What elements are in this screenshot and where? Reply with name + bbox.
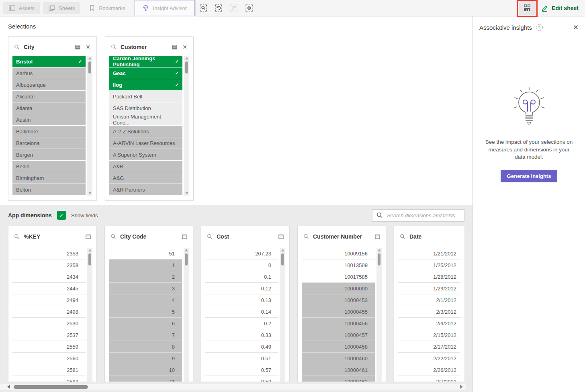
- scroll-right-icon[interactable]: [460, 385, 463, 389]
- field-value-item[interactable]: 10000455: [302, 306, 375, 318]
- close-icon[interactable]: ✕: [84, 43, 92, 51]
- sheets-button[interactable]: Sheets: [43, 2, 80, 14]
- field-value-item[interactable]: 10017585: [302, 271, 375, 283]
- field-value-item[interactable]: 2/3/2012: [398, 306, 460, 318]
- list-item[interactable]: SAS Distribution: [109, 102, 182, 114]
- list-menu-icon[interactable]: [74, 43, 81, 51]
- scroll-up-icon[interactable]: [281, 249, 284, 251]
- field-value-item[interactable]: 10000000: [302, 283, 375, 294]
- vertical-scroll-thumb[interactable]: [185, 253, 188, 265]
- selections-tool-button[interactable]: [519, 1, 536, 15]
- vertical-scrollbar[interactable]: [184, 248, 189, 382]
- assets-button[interactable]: Assets: [3, 2, 40, 14]
- field-value-item[interactable]: 2434: [12, 271, 86, 283]
- field-value-item[interactable]: 0.58: [205, 376, 278, 382]
- field-value-item[interactable]: -207.23: [205, 248, 278, 259]
- field-value-item[interactable]: 0.14: [205, 306, 278, 318]
- list-item[interactable]: Geac✓: [109, 67, 182, 79]
- horizontal-scroll-thumb[interactable]: [14, 385, 88, 389]
- scroll-down-icon[interactable]: [88, 192, 92, 194]
- list-item[interactable]: A&B: [109, 161, 182, 172]
- list-item[interactable]: A-ARVIN Laser Resources: [109, 137, 182, 149]
- vertical-scroll-thumb[interactable]: [88, 61, 91, 74]
- field-value-item[interactable]: 2537: [12, 329, 86, 341]
- insight-advisor-button[interactable]: Insight Advisor: [135, 0, 195, 16]
- close-icon[interactable]: ✕: [181, 43, 188, 51]
- list-item[interactable]: Aarhus: [12, 67, 86, 79]
- field-value-item[interactable]: 1/21/2012: [398, 248, 460, 259]
- field-value-item[interactable]: 2/1/2012: [398, 294, 460, 306]
- field-value-item[interactable]: 10000461: [302, 364, 375, 376]
- list-item[interactable]: Albuquerque: [12, 79, 86, 90]
- list-menu-icon[interactable]: [181, 233, 188, 240]
- list-item[interactable]: Ilog✓: [109, 79, 182, 90]
- list-item[interactable]: Berlin: [12, 161, 86, 172]
- list-item[interactable]: Atlanta: [12, 102, 86, 114]
- field-value-item[interactable]: 2353: [12, 248, 86, 259]
- list-item[interactable]: Bristol✓: [12, 56, 86, 67]
- scroll-up-icon[interactable]: [88, 249, 92, 251]
- field-value-item[interactable]: 5: [109, 306, 182, 318]
- scroll-up-icon[interactable]: [378, 249, 381, 251]
- scroll-up-icon[interactable]: [88, 57, 92, 59]
- list-item[interactable]: Packard Bell: [109, 91, 182, 102]
- field-value-item[interactable]: 10013509: [302, 259, 375, 271]
- list-item[interactable]: Bergen: [12, 149, 86, 160]
- show-fields-checkbox[interactable]: ✓: [57, 211, 66, 220]
- list-item[interactable]: Austin: [12, 114, 86, 125]
- field-value-item[interactable]: 10009156: [302, 248, 375, 259]
- list-item[interactable]: Unison Management Conc...: [109, 114, 182, 125]
- field-value-item[interactable]: 0.33: [205, 329, 278, 341]
- field-value-item[interactable]: 0.2: [205, 318, 278, 329]
- field-value-item[interactable]: 2559: [12, 341, 86, 353]
- field-value-item[interactable]: 2358: [12, 259, 86, 271]
- field-value-item[interactable]: 2494: [12, 294, 86, 306]
- field-value-item[interactable]: 2530: [12, 318, 86, 329]
- field-value-item[interactable]: 11: [109, 376, 182, 382]
- scroll-up-icon[interactable]: [185, 249, 188, 251]
- vertical-scrollbar[interactable]: [376, 248, 382, 382]
- vertical-scrollbar[interactable]: [87, 56, 92, 196]
- field-value-item[interactable]: 1/28/2012: [398, 271, 460, 283]
- field-value-item[interactable]: 2/9/2012: [398, 318, 460, 329]
- field-value-item[interactable]: 2498: [12, 306, 86, 318]
- vertical-scroll-thumb[interactable]: [281, 253, 284, 265]
- field-value-item[interactable]: 2/17/2012: [398, 341, 460, 353]
- list-item[interactable]: Baltimore: [12, 126, 86, 137]
- field-value-item[interactable]: 1/25/2012: [398, 259, 460, 271]
- scroll-left-icon[interactable]: [7, 385, 10, 389]
- list-item[interactable]: A-2-Z Solutions: [109, 126, 182, 137]
- field-value-item[interactable]: 0.1: [205, 271, 278, 283]
- scroll-down-icon[interactable]: [185, 192, 188, 194]
- list-menu-icon[interactable]: [84, 233, 92, 240]
- clear-selections-button[interactable]: [241, 0, 257, 16]
- vertical-scroll-thumb[interactable]: [185, 61, 188, 74]
- field-value-item[interactable]: 2/26/2012: [398, 364, 460, 376]
- field-value-item[interactable]: 0.51: [205, 353, 278, 364]
- field-value-item[interactable]: 10: [109, 364, 182, 376]
- list-item[interactable]: A Superior System: [109, 149, 182, 160]
- field-value-item[interactable]: 10000456: [302, 318, 375, 329]
- field-value-item[interactable]: 9: [109, 353, 182, 364]
- vertical-scrollbar[interactable]: [280, 248, 285, 382]
- list-item[interactable]: A&R Partners: [109, 184, 182, 195]
- vertical-scroll-thumb[interactable]: [378, 253, 380, 265]
- field-value-item[interactable]: 8: [109, 341, 182, 353]
- list-menu-icon[interactable]: [171, 43, 178, 51]
- scroll-up-icon[interactable]: [185, 57, 188, 59]
- field-value-item[interactable]: 2445: [12, 283, 86, 294]
- field-value-item[interactable]: 2/22/2012: [398, 353, 460, 364]
- dimensions-search-input[interactable]: [386, 212, 460, 219]
- field-value-item[interactable]: 1/29/2012: [398, 283, 460, 294]
- generate-insights-button[interactable]: Generate insights: [501, 170, 558, 182]
- field-value-item[interactable]: 0.13: [205, 294, 278, 306]
- undo-selection-button[interactable]: [211, 0, 226, 16]
- field-value-item[interactable]: 2560: [12, 353, 86, 364]
- field-value-item[interactable]: 1: [109, 259, 182, 271]
- bookmarks-button[interactable]: Bookmarks: [84, 2, 131, 14]
- field-value-item[interactable]: 0.12: [205, 283, 278, 294]
- redo-selection-button[interactable]: [226, 0, 241, 16]
- field-value-item[interactable]: 10000460: [302, 353, 375, 364]
- field-value-item[interactable]: 3: [109, 283, 182, 294]
- field-value-item[interactable]: 6: [109, 318, 182, 329]
